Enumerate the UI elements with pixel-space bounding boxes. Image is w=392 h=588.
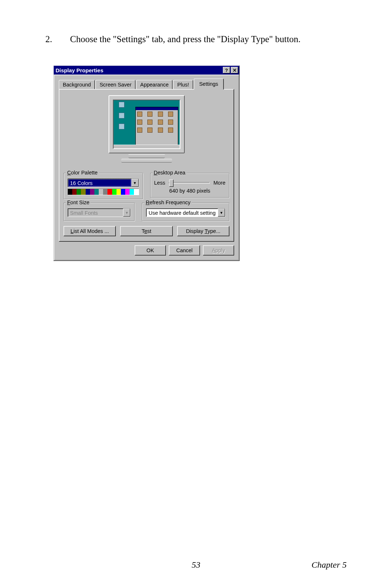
color-swatch [94, 189, 99, 195]
slider-thumb[interactable] [169, 180, 173, 187]
color-swatch [103, 189, 107, 195]
chevron-down-icon[interactable]: ▼ [131, 179, 139, 187]
document-page: 2. Choose the "Settings" tab, and press … [0, 0, 392, 588]
close-icon: ✕ [233, 68, 237, 73]
font-size-value: Small Fonts [68, 209, 123, 216]
desktop-area-legend: Desktop Area [153, 170, 187, 176]
color-swatch [72, 189, 77, 195]
page-footer: 53 Chapter 5 [45, 560, 347, 570]
color-swatch [86, 189, 90, 195]
help-button[interactable]: ? [223, 67, 230, 73]
color-palette-legend: Color Palette [66, 170, 99, 176]
page-number: 53 [192, 560, 200, 570]
color-palette-dropdown[interactable]: 16 Colors ▼ [68, 178, 139, 187]
tab-background[interactable]: Background [59, 80, 95, 89]
color-swatch [68, 189, 72, 195]
color-swatch [121, 189, 125, 195]
dialog-body: Background Screen Saver Appearance Plus!… [54, 75, 239, 260]
refresh-frequency-legend: Refresh Frequency [144, 200, 191, 205]
tab-row: Background Screen Saver Appearance Plus!… [59, 79, 234, 89]
color-swatch [130, 189, 134, 195]
resolution-label: 640 by 480 pixels [154, 188, 226, 194]
color-swatch [90, 189, 94, 195]
font-size-legend: Font Size [66, 200, 90, 205]
taskbar-preview [114, 145, 180, 148]
test-button[interactable]: Test [120, 226, 172, 236]
refresh-frequency-group: Refresh Frequency Use hardware default s… [142, 203, 229, 221]
tab-settings[interactable]: Settings [194, 78, 224, 90]
window-title: Display Properties [56, 67, 222, 73]
color-swatch [112, 189, 117, 195]
chapter-label: Chapter 5 [311, 560, 347, 570]
slider-more-label: More [213, 180, 225, 186]
monitor-bezel [109, 95, 185, 153]
title-bar[interactable]: Display Properties ? ✕ [54, 66, 239, 74]
chevron-down-icon[interactable]: ▼ [218, 209, 225, 217]
step-number: 2. [45, 33, 70, 45]
instruction-step: 2. Choose the "Settings" tab, and press … [45, 33, 347, 45]
tab-plus[interactable]: Plus! [173, 80, 193, 89]
color-swatch [81, 189, 85, 195]
color-swatch [99, 189, 103, 195]
resolution-slider[interactable] [169, 182, 210, 184]
ok-button[interactable]: OK [135, 245, 166, 255]
font-size-dropdown: Small Fonts ▼ [68, 208, 131, 217]
color-swatch [134, 189, 138, 195]
font-size-group: Font Size Small Fonts ▼ [64, 203, 135, 221]
dialog-footer: OK Cancel Apply [59, 245, 234, 255]
tab-screen-saver[interactable]: Screen Saver [95, 80, 135, 89]
cancel-button[interactable]: Cancel [169, 245, 200, 255]
step-text: Choose the "Settings" tab, and press the… [70, 33, 347, 45]
color-swatch [77, 189, 81, 195]
help-icon: ? [225, 68, 228, 73]
desktop-area-group: Desktop Area Less More 640 by 480 pixels [150, 173, 230, 198]
color-palette-value: 16 Colors [68, 179, 131, 186]
slider-less-label: Less [154, 180, 166, 186]
desktop-icons-preview [115, 102, 131, 134]
list-all-modes-button[interactable]: List All Modes ... [64, 226, 116, 236]
settings-tab-pane: Color Palette 16 Colors ▼ Desktop Area [59, 89, 234, 242]
close-button[interactable]: ✕ [231, 67, 238, 73]
display-properties-dialog: Display Properties ? ✕ Background Screen… [53, 65, 240, 261]
monitor-preview [107, 95, 187, 164]
chevron-down-icon: ▼ [123, 209, 130, 217]
monitor-screen [113, 100, 180, 149]
display-type-button[interactable]: Display Type... [177, 226, 229, 236]
color-palette-group: Color Palette 16 Colors ▼ [64, 173, 143, 199]
color-swatch-bar [68, 189, 139, 195]
color-swatch [107, 189, 112, 195]
tab-appearance[interactable]: Appearance [136, 80, 172, 89]
refresh-frequency-dropdown[interactable]: Use hardware default setting ▼ [146, 208, 225, 217]
apply-button: Apply [203, 245, 234, 255]
window-preview [135, 107, 178, 148]
monitor-base [121, 159, 172, 162]
refresh-frequency-value: Use hardware default setting [147, 209, 217, 216]
color-swatch [117, 189, 121, 195]
monitor-stand [128, 154, 165, 158]
color-swatch [125, 189, 130, 195]
